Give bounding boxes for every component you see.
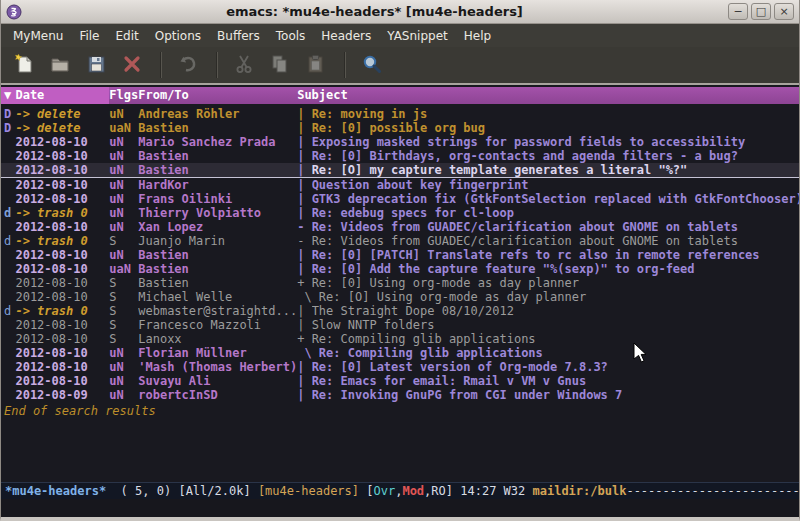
message-row[interactable]: 2012-08-10 S Francesco Mazzoli | Slow NN…	[1, 318, 799, 332]
message-row[interactable]: d -> trash 0 uN Thierry Volpiatto | Re: …	[1, 206, 799, 220]
modeline-plain: 14:27 W32	[453, 484, 532, 498]
message-date: 2012-08-10	[15, 149, 109, 163]
column-header-subject[interactable]: Subject	[297, 87, 799, 104]
column-header-flags[interactable]: Flgs	[109, 87, 138, 104]
thread-prefix: +	[297, 276, 311, 290]
thread-prefix: |	[297, 360, 311, 374]
menu-item-buffers[interactable]: Buffers	[209, 26, 268, 46]
titlebar[interactable]: emacs: *mu4e-headers* [mu4e-headers] − □…	[1, 0, 799, 24]
message-row[interactable]: 2012-08-10 uN 'Mash (Thomas Herbert) | R…	[1, 360, 799, 374]
close-buffer-button[interactable]	[115, 50, 149, 80]
message-from: Florian Müllner	[138, 346, 297, 360]
menu-item-tools[interactable]: Tools	[268, 26, 314, 46]
message-flags: uN	[109, 374, 138, 388]
paste-icon	[305, 53, 327, 78]
message-row[interactable]: 2012-08-10 uN Xan Lopez - Re: Videos fro…	[1, 220, 799, 234]
menu-item-edit[interactable]: Edit	[108, 26, 147, 46]
message-from: Michael Welle	[138, 290, 297, 304]
column-header-date[interactable]: Date	[15, 87, 109, 104]
modeline-ovr: Ovr	[374, 484, 396, 498]
thread-prefix: |	[297, 262, 311, 276]
thread-prefix: |	[297, 163, 311, 177]
save-button[interactable]	[79, 50, 113, 80]
message-subject: Question about key fingerprint	[312, 178, 799, 192]
message-date: 2012-08-10	[15, 178, 109, 192]
message-from: Mario Sanchez Prada	[138, 135, 297, 149]
thread-prefix: |	[297, 192, 311, 206]
message-from: HardKor	[138, 178, 297, 192]
message-date: 2012-08-10	[15, 220, 109, 234]
mark-char: d	[1, 206, 15, 220]
thread-prefix: +	[297, 332, 311, 346]
message-flags: uN	[109, 248, 138, 262]
message-from: Juanjo Marin	[138, 234, 297, 248]
window-title: emacs: *mu4e-headers* [mu4e-headers]	[24, 4, 725, 19]
message-row[interactable]: 2012-08-10 S Bastien + Re: [0] Using org…	[1, 276, 799, 290]
modeline-plain: [All/2.0k]	[178, 484, 257, 498]
maximize-button[interactable]: □	[751, 3, 771, 20]
toolbar	[1, 47, 799, 85]
message-flags: uN	[109, 163, 138, 177]
mark-char	[1, 192, 15, 206]
mark-char	[1, 149, 15, 163]
save-icon	[85, 53, 107, 78]
message-subject: Re: [0] Birthdays, org-contacts and agen…	[312, 149, 799, 163]
message-row[interactable]: 2012-08-10 uN Bastien | Re: [O] my captu…	[1, 163, 799, 178]
mark-char	[1, 388, 15, 402]
message-date: 2012-08-10	[15, 374, 109, 388]
thread-prefix: \	[297, 346, 319, 360]
message-date: 2012-08-10	[15, 248, 109, 262]
message-flags: uN	[109, 206, 138, 220]
thread-prefix: -	[297, 234, 311, 248]
copy-button[interactable]	[263, 50, 297, 80]
paste-button[interactable]	[299, 50, 333, 80]
message-row[interactable]: 2012-08-10 uN Bastien | Re: [0] Birthday…	[1, 149, 799, 163]
message-flags: S	[109, 276, 138, 290]
thread-prefix: |	[297, 304, 311, 318]
message-row[interactable]: D -> delete uaN Bastien | Re: [0] possib…	[1, 121, 799, 135]
message-row[interactable]: 2012-08-10 uN Bastien | Re: [0] [PATCH] …	[1, 248, 799, 262]
message-subject: Slow NNTP folders	[312, 318, 799, 332]
message-row[interactable]: 2012-08-10 S Michael Welle \ Re: [O] Usi…	[1, 290, 799, 304]
echo-area[interactable]	[1, 499, 799, 517]
message-row[interactable]: 2012-08-10 uN Mario Sanchez Prada | Expo…	[1, 135, 799, 149]
message-row[interactable]: 2012-08-10 uN Suvayu Ali | Re: Emacs for…	[1, 374, 799, 388]
close-button[interactable]: ×	[774, 3, 794, 20]
message-row[interactable]: 2012-08-10 uN Florian Müllner \ Re: Comp…	[1, 346, 799, 360]
menu-item-help[interactable]: Help	[456, 26, 499, 46]
message-from: Lanoxx	[138, 332, 297, 346]
modeline-mod: Mod	[402, 484, 424, 498]
message-date: 2012-08-10	[15, 360, 109, 374]
mark-char: d	[1, 304, 15, 318]
menu-item-yasnippet[interactable]: YASnippet	[379, 26, 456, 46]
message-subject: Re: edebug specs for cl-loop	[312, 206, 799, 220]
menu-item-file[interactable]: File	[71, 26, 107, 46]
message-subject: Re: Videos from GUADEC/clarification abo…	[312, 220, 799, 234]
message-from: Xan Lopez	[138, 220, 297, 234]
message-list: D -> delete uN Andreas Röhler | Re: movi…	[1, 107, 799, 402]
menu-item-headers[interactable]: Headers	[313, 26, 379, 46]
message-subject: Re: moving in js	[312, 107, 799, 121]
close-buffer-icon	[121, 53, 143, 78]
search-icon	[361, 53, 383, 78]
mark-char	[1, 248, 15, 262]
open-file-button[interactable]	[43, 50, 77, 80]
undo-button[interactable]	[171, 50, 205, 80]
cut-button[interactable]	[227, 50, 261, 80]
menu-item-options[interactable]: Options	[147, 26, 209, 46]
message-row[interactable]: 2012-08-10 uN HardKor | Question about k…	[1, 178, 799, 192]
menu-item-mymenu[interactable]: MyMenu	[5, 26, 71, 46]
search-button[interactable]	[355, 50, 389, 80]
message-row[interactable]: 2012-08-10 uaN Bastien | Re: [0] Add the…	[1, 262, 799, 276]
minimize-button[interactable]: −	[728, 3, 748, 20]
message-row[interactable]: 2012-08-10 uN Frans Oilinki | GTK3 depre…	[1, 192, 799, 206]
copy-icon	[269, 53, 291, 78]
message-row[interactable]: d -> trash 0 S webmaster@straightd... | …	[1, 304, 799, 318]
message-row[interactable]: 2012-08-09 uN robertcInSD | Re: Invoking…	[1, 388, 799, 402]
open-file-icon	[49, 53, 71, 78]
message-row[interactable]: d -> trash 0 S Juanjo Marin - Re: Videos…	[1, 234, 799, 248]
message-row[interactable]: 2012-08-10 S Lanoxx + Re: Compiling glib…	[1, 332, 799, 346]
column-header-from[interactable]: From/To	[138, 87, 297, 104]
new-file-button[interactable]	[7, 50, 41, 80]
message-row[interactable]: D -> delete uN Andreas Röhler | Re: movi…	[1, 107, 799, 121]
